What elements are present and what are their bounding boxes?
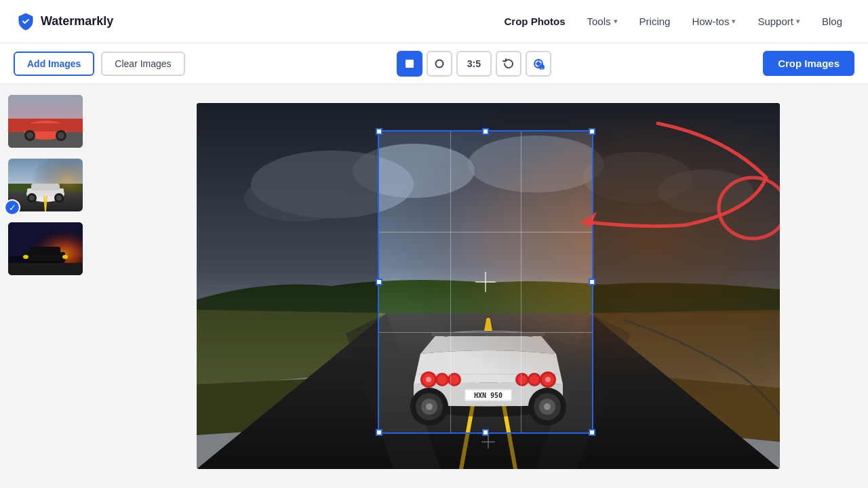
image-sidebar: ✓: [0, 84, 108, 488]
nav-item-blog[interactable]: Blog: [812, 10, 852, 33]
thumbnail-check-2: ✓: [4, 199, 20, 216]
nav-menu: Crop Photos Tools ▾ Pricing How-tos ▾ Su…: [495, 10, 852, 33]
svg-rect-74: [197, 103, 780, 469]
rotate-icon: [502, 58, 515, 70]
smart-crop-icon: +: [532, 58, 545, 70]
toolbar-left: Add Images Clear Images: [14, 52, 185, 76]
main-photo-svg: HXN 950: [197, 103, 780, 469]
rect-tool-button[interactable]: [397, 51, 422, 77]
svg-point-23: [29, 195, 35, 201]
nav-item-how-tos[interactable]: How-tos ▾: [682, 10, 745, 33]
toolbar-center: 3:5 +: [193, 51, 755, 77]
thumb-image-3: [8, 222, 83, 275]
chevron-down-icon: ▾: [614, 17, 618, 26]
smart-crop-button[interactable]: +: [526, 51, 551, 77]
thumb-image-1: [8, 95, 83, 148]
chevron-down-icon: ▾: [732, 17, 736, 26]
canvas-area[interactable]: HXN 950: [108, 84, 868, 488]
rect-icon: [404, 58, 415, 69]
brand-name: Watermarkly: [41, 14, 113, 28]
nav-item-support[interactable]: Support ▾: [748, 10, 810, 33]
navbar: Watermarkly Crop Photos Tools ▾ Pricing …: [0, 0, 868, 43]
svg-point-34: [23, 255, 28, 259]
thumbnail-1[interactable]: [8, 95, 83, 148]
svg-point-35: [62, 255, 68, 259]
photo-bg: HXN 950: [197, 103, 780, 469]
thumbnail-3[interactable]: [8, 222, 83, 275]
rotate-tool-button[interactable]: [496, 51, 521, 77]
svg-rect-33: [31, 247, 60, 254]
svg-rect-21: [31, 184, 60, 190]
svg-point-1: [435, 60, 443, 67]
svg-rect-7: [8, 95, 83, 119]
nav-item-pricing[interactable]: Pricing: [630, 10, 680, 33]
nav-item-crop-photos[interactable]: Crop Photos: [495, 10, 575, 33]
clear-images-button[interactable]: Clear Images: [101, 52, 184, 76]
nav-item-tools[interactable]: Tools ▾: [578, 10, 627, 33]
main-content: ✓: [0, 84, 868, 488]
toolbar-right: Crop Images: [763, 51, 854, 76]
thumb-night-car: [8, 222, 83, 275]
circle-tool-button[interactable]: [427, 51, 452, 77]
shield-icon: [16, 12, 35, 31]
svg-text:+: +: [540, 66, 543, 70]
svg-point-12: [26, 132, 33, 139]
main-image: HXN 950: [197, 103, 780, 469]
chevron-down-icon: ▾: [796, 17, 800, 26]
circle-icon: [434, 58, 445, 69]
thumbnail-2[interactable]: ✓: [8, 159, 83, 211]
crop-images-button[interactable]: Crop Images: [763, 51, 854, 76]
svg-point-25: [56, 195, 62, 201]
thumb-car-red: [8, 95, 83, 148]
add-images-button[interactable]: Add Images: [14, 52, 94, 76]
svg-point-14: [58, 132, 64, 139]
brand-logo[interactable]: Watermarkly: [16, 12, 113, 31]
svg-point-3: [536, 62, 540, 66]
svg-rect-0: [406, 60, 414, 68]
aspect-ratio-button[interactable]: 3:5: [456, 51, 492, 77]
svg-rect-36: [8, 263, 83, 275]
toolbar: Add Images Clear Images 3:5: [0, 43, 868, 84]
